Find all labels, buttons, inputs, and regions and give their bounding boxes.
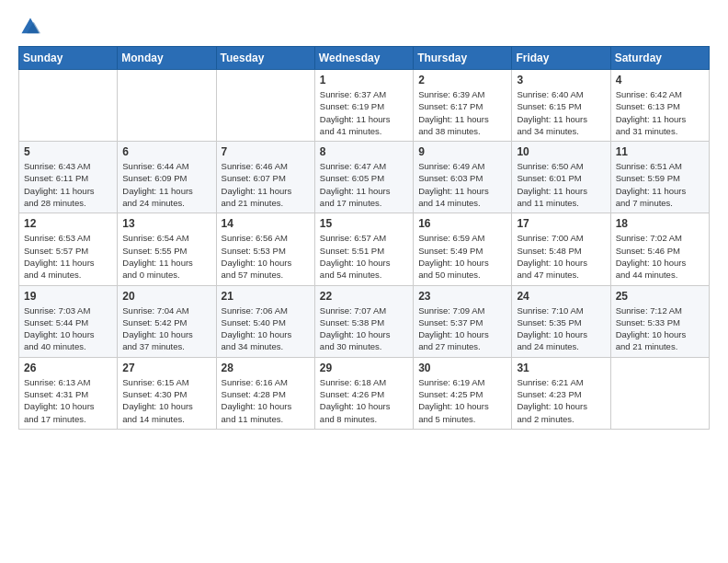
- day-number: 3: [517, 74, 605, 86]
- day-number: 28: [222, 362, 310, 374]
- day-info: Sunrise: 6:43 AM Sunset: 6:11 PM Dayligh…: [24, 160, 112, 209]
- day-cell: 17Sunrise: 7:00 AM Sunset: 5:48 PM Dayli…: [512, 213, 610, 285]
- week-row-3: 12Sunrise: 6:53 AM Sunset: 5:57 PM Dayli…: [19, 213, 710, 285]
- day-info: Sunrise: 7:10 AM Sunset: 5:35 PM Dayligh…: [517, 304, 605, 353]
- day-info: Sunrise: 7:09 AM Sunset: 5:37 PM Dayligh…: [418, 304, 506, 353]
- day-cell: 10Sunrise: 6:50 AM Sunset: 6:01 PM Dayli…: [512, 142, 610, 213]
- day-cell: 22Sunrise: 7:07 AM Sunset: 5:38 PM Dayli…: [314, 285, 413, 357]
- day-cell: 28Sunrise: 6:16 AM Sunset: 4:28 PM Dayli…: [216, 357, 314, 429]
- day-cell: 13Sunrise: 6:54 AM Sunset: 5:55 PM Dayli…: [118, 213, 216, 285]
- day-cell: 15Sunrise: 6:57 AM Sunset: 5:51 PM Dayli…: [314, 213, 413, 285]
- day-number: 17: [517, 217, 605, 230]
- weekday-header-saturday: Saturday: [610, 47, 709, 70]
- day-number: 30: [418, 362, 506, 374]
- day-number: 18: [616, 217, 704, 230]
- day-info: Sunrise: 6:51 AM Sunset: 5:59 PM Dayligh…: [616, 160, 704, 209]
- day-number: 4: [616, 74, 704, 86]
- logo-icon: [20, 17, 40, 37]
- day-cell: 6Sunrise: 6:44 AM Sunset: 6:09 PM Daylig…: [118, 142, 216, 213]
- day-number: 12: [24, 217, 112, 230]
- day-info: Sunrise: 6:37 AM Sunset: 6:19 PM Dayligh…: [320, 88, 408, 137]
- day-info: Sunrise: 7:00 AM Sunset: 5:48 PM Dayligh…: [517, 232, 605, 281]
- day-cell: 11Sunrise: 6:51 AM Sunset: 5:59 PM Dayli…: [610, 142, 709, 213]
- day-cell: 31Sunrise: 6:21 AM Sunset: 4:23 PM Dayli…: [512, 357, 610, 429]
- day-number: 27: [122, 362, 210, 374]
- day-cell: [216, 70, 314, 142]
- day-number: 25: [616, 290, 704, 303]
- day-number: 5: [24, 145, 112, 158]
- day-number: 2: [418, 74, 506, 86]
- day-info: Sunrise: 7:02 AM Sunset: 5:46 PM Dayligh…: [616, 232, 704, 281]
- day-cell: 18Sunrise: 7:02 AM Sunset: 5:46 PM Dayli…: [610, 213, 709, 285]
- day-info: Sunrise: 6:19 AM Sunset: 4:25 PM Dayligh…: [418, 376, 506, 425]
- day-number: 9: [418, 145, 506, 158]
- weekday-header-wednesday: Wednesday: [314, 47, 413, 70]
- day-number: 1: [320, 74, 408, 86]
- day-cell: 3Sunrise: 6:40 AM Sunset: 6:15 PM Daylig…: [512, 70, 610, 142]
- day-cell: 20Sunrise: 7:04 AM Sunset: 5:42 PM Dayli…: [118, 285, 216, 357]
- weekday-header-monday: Monday: [118, 47, 216, 70]
- day-cell: 7Sunrise: 6:46 AM Sunset: 6:07 PM Daylig…: [216, 142, 314, 213]
- day-cell: 21Sunrise: 7:06 AM Sunset: 5:40 PM Dayli…: [216, 285, 314, 357]
- weekday-header-tuesday: Tuesday: [216, 47, 314, 70]
- day-number: 7: [222, 145, 310, 158]
- week-row-4: 19Sunrise: 7:03 AM Sunset: 5:44 PM Dayli…: [19, 285, 710, 357]
- day-info: Sunrise: 6:15 AM Sunset: 4:30 PM Dayligh…: [122, 376, 210, 425]
- day-info: Sunrise: 7:04 AM Sunset: 5:42 PM Dayligh…: [122, 304, 210, 353]
- day-cell: 25Sunrise: 7:12 AM Sunset: 5:33 PM Dayli…: [610, 285, 709, 357]
- day-info: Sunrise: 6:59 AM Sunset: 5:49 PM Dayligh…: [418, 232, 506, 281]
- day-number: 16: [418, 217, 506, 230]
- day-cell: [118, 70, 216, 142]
- day-cell: 16Sunrise: 6:59 AM Sunset: 5:49 PM Dayli…: [414, 213, 512, 285]
- weekday-header-sunday: Sunday: [19, 47, 118, 70]
- day-number: 22: [320, 290, 408, 303]
- day-cell: 1Sunrise: 6:37 AM Sunset: 6:19 PM Daylig…: [314, 70, 413, 142]
- day-number: 24: [517, 290, 605, 303]
- day-info: Sunrise: 6:39 AM Sunset: 6:17 PM Dayligh…: [418, 88, 506, 137]
- day-number: 20: [122, 290, 210, 303]
- day-info: Sunrise: 6:49 AM Sunset: 6:03 PM Dayligh…: [418, 160, 506, 209]
- day-info: Sunrise: 7:03 AM Sunset: 5:44 PM Dayligh…: [24, 304, 112, 353]
- week-row-1: 1Sunrise: 6:37 AM Sunset: 6:19 PM Daylig…: [19, 70, 710, 142]
- page: SundayMondayTuesdayWednesdayThursdayFrid…: [0, 0, 728, 563]
- day-cell: 27Sunrise: 6:15 AM Sunset: 4:30 PM Dayli…: [118, 357, 216, 429]
- day-cell: 8Sunrise: 6:47 AM Sunset: 6:05 PM Daylig…: [314, 142, 413, 213]
- header: [18, 17, 710, 37]
- day-number: 19: [24, 290, 112, 303]
- day-number: 31: [517, 362, 605, 374]
- week-row-2: 5Sunrise: 6:43 AM Sunset: 6:11 PM Daylig…: [19, 142, 710, 213]
- day-info: Sunrise: 6:56 AM Sunset: 5:53 PM Dayligh…: [222, 232, 310, 281]
- weekday-header-row: SundayMondayTuesdayWednesdayThursdayFrid…: [19, 47, 710, 70]
- day-cell: 12Sunrise: 6:53 AM Sunset: 5:57 PM Dayli…: [19, 213, 118, 285]
- day-info: Sunrise: 6:21 AM Sunset: 4:23 PM Dayligh…: [517, 376, 605, 425]
- day-number: 21: [222, 290, 310, 303]
- week-row-5: 26Sunrise: 6:13 AM Sunset: 4:31 PM Dayli…: [19, 357, 710, 429]
- day-cell: 9Sunrise: 6:49 AM Sunset: 6:03 PM Daylig…: [414, 142, 512, 213]
- day-number: 26: [24, 362, 112, 374]
- day-cell: 30Sunrise: 6:19 AM Sunset: 4:25 PM Dayli…: [414, 357, 512, 429]
- day-cell: 24Sunrise: 7:10 AM Sunset: 5:35 PM Dayli…: [512, 285, 610, 357]
- day-info: Sunrise: 6:40 AM Sunset: 6:15 PM Dayligh…: [517, 88, 605, 137]
- weekday-header-friday: Friday: [512, 47, 610, 70]
- day-info: Sunrise: 6:53 AM Sunset: 5:57 PM Dayligh…: [24, 232, 112, 281]
- day-number: 13: [122, 217, 210, 230]
- weekday-header-thursday: Thursday: [414, 47, 512, 70]
- day-info: Sunrise: 6:16 AM Sunset: 4:28 PM Dayligh…: [222, 376, 310, 425]
- day-info: Sunrise: 6:18 AM Sunset: 4:26 PM Dayligh…: [320, 376, 408, 425]
- day-info: Sunrise: 6:50 AM Sunset: 6:01 PM Dayligh…: [517, 160, 605, 209]
- day-number: 29: [320, 362, 408, 374]
- day-number: 23: [418, 290, 506, 303]
- day-cell: [19, 70, 118, 142]
- day-cell: 5Sunrise: 6:43 AM Sunset: 6:11 PM Daylig…: [19, 142, 118, 213]
- day-number: 14: [222, 217, 310, 230]
- day-info: Sunrise: 7:06 AM Sunset: 5:40 PM Dayligh…: [222, 304, 310, 353]
- day-cell: [610, 357, 709, 429]
- day-cell: 29Sunrise: 6:18 AM Sunset: 4:26 PM Dayli…: [314, 357, 413, 429]
- day-info: Sunrise: 7:12 AM Sunset: 5:33 PM Dayligh…: [616, 304, 704, 353]
- day-info: Sunrise: 6:13 AM Sunset: 4:31 PM Dayligh…: [24, 376, 112, 425]
- day-number: 15: [320, 217, 408, 230]
- day-number: 6: [122, 145, 210, 158]
- day-info: Sunrise: 7:07 AM Sunset: 5:38 PM Dayligh…: [320, 304, 408, 353]
- day-cell: 2Sunrise: 6:39 AM Sunset: 6:17 PM Daylig…: [414, 70, 512, 142]
- day-number: 8: [320, 145, 408, 158]
